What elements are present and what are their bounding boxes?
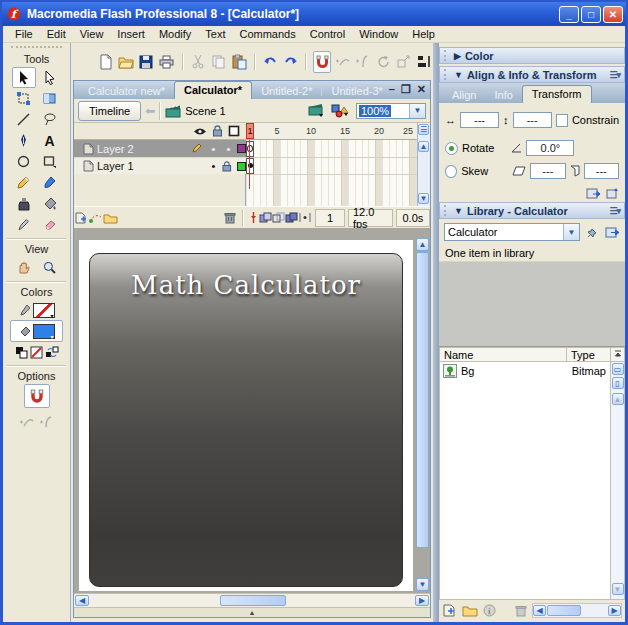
expanded-arrow-icon[interactable]: ▼ [454, 70, 463, 80]
onion-skin-outlines-icon[interactable] [272, 210, 285, 226]
layer-row-2[interactable]: Layer 2 • • [74, 140, 246, 157]
zoom-tool-icon[interactable] [38, 257, 62, 278]
scroll-left-icon[interactable]: ◀ [533, 605, 546, 616]
outline-layers-icon[interactable] [228, 125, 240, 137]
tab-info[interactable]: Info [485, 88, 521, 103]
lock-layers-icon[interactable] [212, 125, 223, 137]
center-frame-icon[interactable] [247, 210, 259, 226]
playhead-frame-marker[interactable]: 1 [246, 123, 254, 139]
scrollbar-thumb[interactable] [220, 595, 286, 606]
menu-view[interactable]: View [73, 27, 111, 41]
stage-vertical-scrollbar[interactable]: ▲ ▼ [416, 238, 429, 591]
layer-name[interactable]: Layer 2 [97, 143, 190, 155]
pen-tool-icon[interactable] [12, 130, 36, 151]
gradient-transform-tool-icon[interactable] [38, 88, 62, 109]
paste-icon[interactable] [230, 51, 247, 73]
expanded-arrow-icon[interactable]: ▼ [454, 206, 463, 216]
scroll-down-icon[interactable]: ▼ [418, 193, 429, 204]
scale-icon[interactable] [395, 51, 412, 73]
edit-symbols-icon[interactable] [331, 103, 351, 118]
frame-rate-field[interactable]: 12.0 fps [348, 209, 393, 227]
ink-bottle-tool-icon[interactable] [12, 193, 36, 214]
smooth-icon[interactable] [334, 51, 351, 73]
menu-commands[interactable]: Commands [232, 27, 302, 41]
narrow-library-view-icon[interactable]: ▯ [612, 377, 624, 389]
tab-untitled-2[interactable]: Untitled-2* [252, 84, 321, 99]
selection-tool-icon[interactable] [12, 67, 36, 88]
stroke-color-swatch[interactable]: ▾ [33, 303, 55, 318]
panel-options-menu-icon[interactable]: ☰▾ [609, 70, 620, 80]
scrollbar-thumb[interactable] [416, 252, 429, 548]
smooth-option-icon[interactable] [18, 415, 36, 429]
stage-horizontal-scrollbar[interactable]: ◀ ▶ [74, 593, 430, 607]
subselection-tool-icon[interactable] [38, 67, 62, 88]
panel-restore-icon[interactable]: ❐ [401, 83, 411, 96]
menu-file[interactable]: File [8, 27, 40, 41]
current-frame-field[interactable]: 1 [315, 209, 345, 227]
column-header-name[interactable]: Name [439, 347, 567, 362]
menu-insert[interactable]: Insert [110, 27, 152, 41]
add-motion-guide-icon[interactable] [88, 210, 103, 226]
line-tool-icon[interactable] [12, 109, 36, 130]
insert-layer-icon[interactable] [74, 210, 88, 226]
skew-h-field[interactable]: --- [530, 163, 565, 179]
panel-gripper[interactable] [444, 69, 450, 80]
copy-icon[interactable] [210, 51, 227, 73]
eraser-tool-icon[interactable] [38, 214, 62, 235]
stage[interactable]: Math Calculator [79, 240, 413, 591]
show-hide-layers-icon[interactable] [193, 127, 207, 136]
rectangle-tool-icon[interactable] [38, 151, 62, 172]
fill-color-control[interactable]: ▾ [10, 320, 63, 342]
library-document-combobox[interactable]: Calculator ▼ [444, 223, 580, 241]
new-library-panel-icon[interactable] [605, 226, 620, 239]
layer-row-1[interactable]: Layer 1 • [74, 157, 246, 174]
straighten-icon[interactable] [355, 51, 372, 73]
menu-modify[interactable]: Modify [152, 27, 198, 41]
frame-ruler[interactable]: 1 5 10 15 20 25 [246, 123, 417, 140]
oval-tool-icon[interactable] [12, 151, 36, 172]
scrollbar-thumb[interactable] [547, 605, 581, 616]
no-color-button[interactable] [30, 346, 43, 359]
calculator-graphic[interactable]: Math Calculator [89, 253, 403, 587]
properties-collapse-strip[interactable]: ▲ [74, 607, 430, 617]
panel-options-menu-icon[interactable]: ☰▾ [609, 206, 620, 216]
swap-colors-button[interactable] [45, 346, 59, 359]
keyframe-layer1[interactable] [246, 158, 254, 174]
reset-transform-icon[interactable] [605, 187, 619, 200]
library-item-name[interactable]: Bg [461, 365, 568, 377]
tab-calculator[interactable]: Calculator* [174, 81, 252, 99]
scroll-down-icon[interactable]: ▼ [612, 583, 624, 595]
title-bar[interactable]: f Macromedia Flash Professional 8 - [Cal… [2, 2, 626, 26]
tools-panel-gripper[interactable] [11, 46, 62, 52]
layer-visible-dot[interactable]: • [207, 160, 220, 172]
redo-icon[interactable] [282, 51, 299, 73]
frame-view-menu-icon[interactable]: ☰ [418, 124, 429, 135]
menu-text[interactable]: Text [198, 27, 232, 41]
transform-height-field[interactable]: --- [513, 112, 552, 128]
hand-tool-icon[interactable] [12, 257, 36, 278]
item-properties-icon[interactable]: i [483, 604, 496, 617]
tab-untitled-3[interactable]: Untitled-3* [322, 84, 391, 99]
modify-onion-markers-icon[interactable] [298, 210, 312, 226]
scroll-right-icon[interactable]: ▶ [415, 595, 429, 606]
zoom-level-combobox[interactable]: 100% ▼ [356, 103, 426, 119]
undo-icon[interactable] [262, 51, 279, 73]
wide-library-view-icon[interactable]: ▭ [612, 363, 624, 375]
cut-icon[interactable] [190, 51, 207, 73]
maximize-button[interactable]: □ [581, 6, 601, 23]
layer-outline-color-swatch[interactable] [237, 144, 246, 153]
scroll-up-icon[interactable]: ▲ [418, 141, 429, 152]
timeline-toggle-button[interactable]: Timeline [78, 101, 141, 121]
new-symbol-icon[interactable] [442, 603, 457, 617]
close-button[interactable]: ✕ [603, 6, 623, 23]
rotate-radio[interactable] [445, 142, 458, 155]
ait-panel-header[interactable]: ▼ Align & Info & Transform ☰▾ [439, 66, 625, 83]
collapsed-arrow-icon[interactable]: ▶ [454, 51, 461, 61]
layer-name[interactable]: Layer 1 [97, 160, 190, 172]
snap-magnet-icon[interactable] [313, 51, 331, 73]
free-transform-tool-icon[interactable] [12, 88, 36, 109]
transform-width-field[interactable]: --- [460, 112, 499, 128]
text-tool-icon[interactable]: A [38, 130, 62, 151]
straighten-option-icon[interactable] [38, 415, 56, 429]
elapsed-time-field[interactable]: 0.0s [396, 209, 430, 227]
